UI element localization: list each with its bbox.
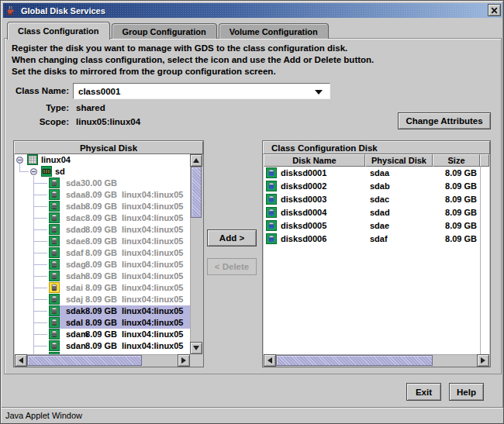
tree-node-disk-sdam[interactable]: sdam8.09 GBlinux04:linux05 xyxy=(15,329,190,340)
window-title: Global Disk Services xyxy=(21,6,105,16)
status-text: Java Applet Window xyxy=(5,411,82,420)
status-bar: Java Applet Window xyxy=(2,407,504,423)
close-button[interactable] xyxy=(488,4,501,16)
class-disk-icon xyxy=(266,167,277,178)
tree-scroll-right-button[interactable] xyxy=(178,354,190,367)
disk-scope: linux04:linux05 xyxy=(122,224,183,236)
disk-scope: linux04:linux05 xyxy=(122,189,183,201)
tree-connector-stub xyxy=(33,253,47,253)
tree-connector-stub xyxy=(33,206,47,207)
disk-green xyxy=(49,340,60,351)
tree-node-label: sd xyxy=(55,166,65,178)
add-button[interactable]: Add > xyxy=(207,229,257,246)
tree-vscroll-track[interactable] xyxy=(190,154,202,354)
disk-scope: linux04:linux05 xyxy=(122,329,183,340)
disk-size: 8.09 GB xyxy=(80,294,117,305)
tree-scroll-left-button[interactable] xyxy=(15,354,27,367)
cell-physical-disk: sdac xyxy=(370,193,389,206)
table-row-disksd0002[interactable]: disksd0002sdab8.09 GB xyxy=(264,180,480,193)
tab-class-configuration[interactable]: Class Configuration xyxy=(7,22,110,40)
tree-node-disk-sdae[interactable]: sdae8.09 GBlinux04:linux05 xyxy=(15,236,190,247)
disk-green xyxy=(49,317,60,328)
tree-scroll-up-button[interactable] xyxy=(190,154,202,167)
class-name-value: class0001 xyxy=(78,87,120,96)
disk-green xyxy=(49,178,60,188)
disk-scope: linux04:linux05 xyxy=(122,282,183,294)
cell-disk-name: disksd0001 xyxy=(281,167,326,180)
table-row-disksd0001[interactable]: disksd0001sdaa8.09 GB xyxy=(264,167,480,180)
tree-hscroll-thumb[interactable] xyxy=(27,355,142,366)
table-row-disksd0006[interactable]: disksd0006sdaf8.09 GB xyxy=(264,233,480,246)
tree-expand-handle[interactable] xyxy=(30,168,37,175)
tree-connector-stub xyxy=(33,276,47,277)
tree-node-disk-sdac[interactable]: sdac8.09 GBlinux04:linux05 xyxy=(15,212,190,224)
column-header-spacer xyxy=(480,154,489,167)
class-name-select[interactable]: class0001 xyxy=(73,83,330,99)
tree-connector-stub xyxy=(33,299,47,300)
tree-node-disk-sdal[interactable]: sdal8.09 GBlinux04:linux05 xyxy=(15,317,190,329)
tree-connector-stub xyxy=(33,195,47,195)
tree-node-disk-sdag[interactable]: sdag8.09 GBlinux04:linux05 xyxy=(15,259,190,271)
class-configuration-disk-table: disksd0001sdaa8.09 GB disksd0002sdab8.09… xyxy=(264,167,489,354)
tree-connector-stub xyxy=(33,241,47,242)
type-value: shared xyxy=(76,103,105,112)
class-name-label: Class Name: xyxy=(12,86,69,95)
tree-expand-handle[interactable] xyxy=(16,157,23,164)
tree-node-disk-sdaf[interactable]: sdaf8.09 GBlinux04:linux05 xyxy=(15,247,190,259)
column-header-physical-disk[interactable]: Physical Disk xyxy=(365,154,433,167)
tree-node-disk-sdan[interactable]: sdan8.09 GBlinux04:linux05 xyxy=(15,340,190,352)
tab-group-configuration[interactable]: Group Configuration xyxy=(112,23,217,39)
table-scroll-right-button[interactable] xyxy=(477,354,489,367)
tree-node-disk-sdak[interactable]: sdak8.09 GBlinux04:linux05 xyxy=(15,305,190,317)
physical-disk-header: Physical Disk xyxy=(14,141,203,154)
disk-scope: linux04:linux05 xyxy=(122,294,183,305)
tree-vscroll-thumb[interactable] xyxy=(191,167,202,218)
table-hscroll-track[interactable] xyxy=(264,354,489,367)
tree-node-disk-sdai[interactable]: sdai8.09 GBlinux04:linux05 xyxy=(15,282,190,294)
tree-node-disk-sdaj[interactable]: sdaj8.09 GBlinux04:linux05 xyxy=(15,294,190,305)
tree-node-host[interactable]: linux04 xyxy=(15,154,190,166)
column-header-disk-name[interactable]: Disk Name xyxy=(264,154,365,167)
cell-physical-disk: sdaa xyxy=(370,167,389,180)
tree-hscroll-track[interactable] xyxy=(15,354,190,367)
tab-volume-configuration[interactable]: Volume Configuration xyxy=(219,23,329,39)
combo-arrow-icon xyxy=(315,90,323,95)
table-row-disksd0003[interactable]: disksd0003sdac8.09 GB xyxy=(264,193,480,206)
table-row-disksd0005[interactable]: disksd0005sdae8.09 GB xyxy=(264,219,480,233)
tree-node-disk-sdaa[interactable]: sdaa8.09 GBlinux04:linux05 xyxy=(15,189,190,201)
tree-connector-stub xyxy=(19,171,29,172)
arrow-down-icon xyxy=(193,346,199,350)
help-button[interactable]: Help xyxy=(449,383,484,401)
cell-disk-name: disksd0004 xyxy=(281,206,326,219)
tree-node-label: linux04 xyxy=(41,154,71,166)
scrollbar-corner xyxy=(190,354,202,367)
tree-node-disk-sdab[interactable]: sdab8.09 GBlinux04:linux05 xyxy=(15,201,190,212)
table-row-disksd0004[interactable]: disksd0004sdad8.09 GB xyxy=(264,206,480,219)
tree-connector-stub xyxy=(33,334,47,335)
disk-scope: linux04:linux05 xyxy=(122,247,183,259)
class-configuration-disk-panel: Class Configuration Disk Disk Name Physi… xyxy=(262,140,491,367)
cell-size: 8.09 GB xyxy=(433,219,477,233)
table-scroll-left-button[interactable] xyxy=(264,354,276,367)
tree-scroll-down-button[interactable] xyxy=(190,342,202,354)
tree-node-disk-sdad[interactable]: sdad8.09 GBlinux04:linux05 xyxy=(15,224,190,236)
exit-button[interactable]: Exit xyxy=(406,383,441,401)
change-attributes-button[interactable]: Change Attributes xyxy=(398,112,491,129)
column-header-size[interactable]: Size xyxy=(433,154,480,167)
tree-connector-stub xyxy=(33,311,47,312)
tree-node-disk-sda[interactable]: sda30.00 GB xyxy=(15,178,190,189)
disk-yellow xyxy=(49,282,60,293)
tree-node-disk-sdah[interactable]: sdah8.09 GBlinux04:linux05 xyxy=(15,271,190,282)
cell-physical-disk: sdad xyxy=(370,206,390,219)
disk-scope: linux04:linux05 xyxy=(122,317,183,329)
table-hscroll-thumb[interactable] xyxy=(276,355,433,366)
disk-scope: linux04:linux05 xyxy=(122,305,183,317)
app-window: Global Disk Services Class Configuration… xyxy=(0,0,504,424)
tree-node-controller[interactable]: sd xyxy=(15,166,190,178)
disk-green xyxy=(49,294,60,305)
tree-connector-stub xyxy=(33,229,47,230)
disk-scope: linux04:linux05 xyxy=(122,271,183,282)
delete-button[interactable]: < Delete xyxy=(207,258,257,275)
java-cup-icon xyxy=(5,5,16,16)
class-disk-icon xyxy=(266,207,277,218)
